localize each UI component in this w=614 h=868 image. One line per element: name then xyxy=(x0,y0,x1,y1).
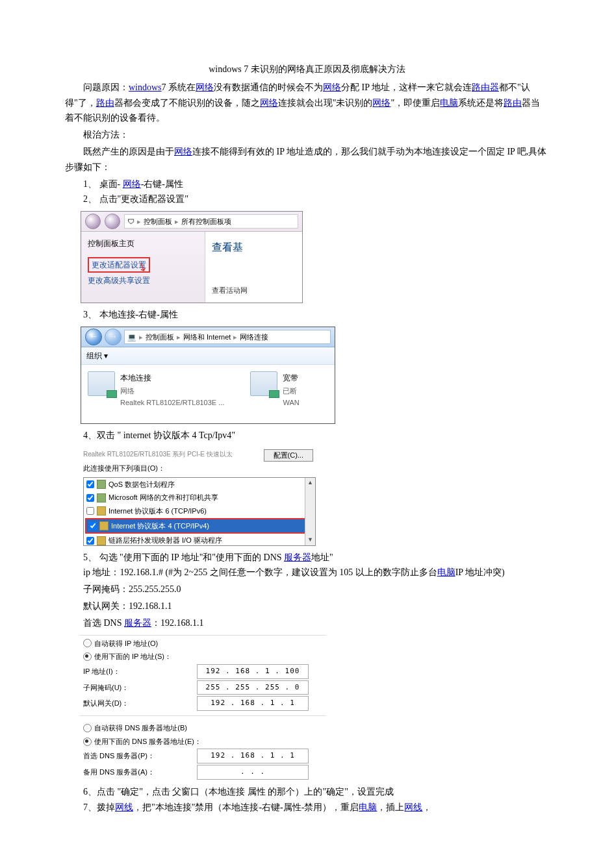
chevron-right-icon: ▸ xyxy=(175,216,179,228)
protocol-icon xyxy=(97,506,106,515)
ip-line3: 默认网关：192.168.1.1 xyxy=(65,599,549,614)
text: 7 系统在 xyxy=(162,82,196,92)
organize-menu[interactable]: 组织 ▾ xyxy=(86,349,108,362)
radio-label: 使用下面的 IP 地址(S)： xyxy=(94,651,172,663)
subnet-input[interactable]: 255 . 255 . 255 . 0 xyxy=(197,680,309,695)
checkbox[interactable] xyxy=(89,522,97,530)
text: ip 地址：192.168.1.# (#为 2~255 之间任意一个数字，建议设… xyxy=(83,567,437,577)
crumb-item[interactable]: 所有控制面板项 xyxy=(181,216,231,228)
scrollbar[interactable]: ▲▼ xyxy=(305,478,315,545)
link-network[interactable]: 网络 xyxy=(123,179,141,189)
step-1: 1、 桌面- 网络-右键-属性 xyxy=(65,177,549,192)
nav-back-icon[interactable]: ← xyxy=(85,329,102,345)
link-router[interactable]: 路由 xyxy=(96,98,114,108)
link-network[interactable]: 网络 xyxy=(323,82,341,92)
protocol-icon xyxy=(99,521,109,530)
text: 系统还是将 xyxy=(458,98,504,108)
link-network[interactable]: 网络 xyxy=(372,98,390,108)
list-item[interactable]: Microsoft 网络的文件和打印机共享 xyxy=(84,491,315,504)
text: ，插上 xyxy=(377,802,404,812)
connection-item-broadband[interactable]: 宽带 已断 WAN xyxy=(250,371,299,417)
chevron-right-icon: ▸ xyxy=(177,331,181,343)
text: 分配 IP 地址，这样一来它就会连 xyxy=(341,82,472,92)
link-computer[interactable]: 电脑 xyxy=(359,802,377,812)
window-titlebar: 🛡 ▸ 控制面板 ▸ 所有控制面板项 xyxy=(81,212,302,232)
link-server[interactable]: 服务器 xyxy=(284,552,311,562)
checkbox[interactable] xyxy=(86,480,94,488)
connection-item-local[interactable]: 本地连接 网络 Realtek RTL8102E/RTL8103E ... xyxy=(88,371,224,417)
gateway-input[interactable]: 192 . 168 . 1 . 1 xyxy=(197,696,309,711)
scroll-down-icon[interactable]: ▼ xyxy=(307,535,313,545)
radio-icon xyxy=(83,724,92,732)
screenshot-ipv4-settings: 自动获得 IP 地址(O) 使用下面的 IP 地址(S)： IP 地址(I)：1… xyxy=(79,635,326,780)
nic-icon xyxy=(250,371,277,396)
gateway-label: 默认网关(D)： xyxy=(83,697,197,710)
text: 器都会变成了不能识别的设备，随之 xyxy=(114,98,260,108)
subnet-label: 子网掩码(U)： xyxy=(83,682,197,694)
scroll-up-icon[interactable]: ▲ xyxy=(307,478,313,488)
checkbox[interactable] xyxy=(86,507,94,515)
text: "，即使重启 xyxy=(390,98,440,108)
sidebar: 控制面板主页 更改适配器设置 更改高级共享设置 ↘ xyxy=(81,232,205,303)
dns1-input[interactable]: 192 . 168 . 1 . 1 xyxy=(197,749,309,763)
link-server[interactable]: 服务器 xyxy=(124,618,151,628)
crumb-item[interactable]: 网络和 Internet xyxy=(183,331,231,343)
list-item[interactable]: 链路层拓扑发现映射器 I/O 驱动程序 xyxy=(84,534,315,545)
nav-back-icon[interactable] xyxy=(85,214,101,229)
item-label: 链路层拓扑发现映射器 I/O 驱动程序 xyxy=(109,534,222,545)
link-cable[interactable]: 网线 xyxy=(404,802,422,812)
dns2-input[interactable]: . . . xyxy=(197,765,309,780)
step-5: 5、 勾选 "使用下面的 IP 地址"和"使用下面的 DNS 服务器地址" xyxy=(65,550,549,565)
link-network[interactable]: 网络 xyxy=(196,82,214,92)
nav-forward-icon[interactable] xyxy=(105,214,120,229)
nav-forward-icon[interactable]: → xyxy=(105,329,122,345)
radio-manual-ip[interactable]: 使用下面的 IP 地址(S)： xyxy=(79,650,326,663)
text: 7、拨掉 xyxy=(83,802,115,812)
connection-status: 已断 xyxy=(283,385,299,397)
link-router[interactable]: 路由器 xyxy=(472,82,499,92)
link-computer[interactable]: 电脑 xyxy=(440,98,458,108)
ip-address-label: IP 地址(I)： xyxy=(83,665,197,678)
crumb-item[interactable]: 控制面板 xyxy=(146,331,174,343)
text: ，把"本地连接"禁用（本地连接-右键-属性-禁用），重启 xyxy=(133,802,359,812)
list-item-selected[interactable]: Internet 协议版本 4 (TCP/IPv4)↙ xyxy=(85,518,314,534)
chevron-right-icon: ▸ xyxy=(233,331,237,343)
main-pane: 查看基 查看活动网 xyxy=(205,232,302,303)
configure-button[interactable]: 配置(C)... xyxy=(264,449,313,462)
screenshot-control-panel: 🛡 ▸ 控制面板 ▸ 所有控制面板项 控制面板主页 更改适配器设置 更改高级共享… xyxy=(81,211,303,303)
list-item[interactable]: Internet 协议版本 6 (TCP/IPv6) xyxy=(84,504,315,518)
radio-label: 自动获得 DNS 服务器地址(B) xyxy=(94,722,187,734)
text: 没有数据通信的时候会不为 xyxy=(214,82,323,92)
link-windows[interactable]: windows xyxy=(129,82,162,92)
item-label: Microsoft 网络的文件和打印机共享 xyxy=(109,491,218,504)
step-2: 2、 点击"更改适配器设置" xyxy=(65,192,549,207)
crumb-item[interactable]: 网络连接 xyxy=(240,331,268,343)
step-3: 3、 本地连接-右键-属性 xyxy=(65,307,549,323)
chevron-right-icon: ▸ xyxy=(139,331,143,343)
link-network[interactable]: 网络 xyxy=(260,98,278,108)
breadcrumb[interactable]: 🛡 ▸ 控制面板 ▸ 所有控制面板项 xyxy=(124,214,298,229)
text: 既然产生的原因是由于 xyxy=(83,147,174,156)
nic-icon xyxy=(88,371,115,396)
link-cable[interactable]: 网线 xyxy=(115,802,133,812)
radio-auto-dns[interactable]: 自动获得 DNS 服务器地址(B) xyxy=(79,721,326,735)
ip-line2: 子网掩码：255.255.255.0 xyxy=(65,582,549,597)
toolbar: 组织 ▾ xyxy=(81,347,335,365)
text: 地址" xyxy=(311,552,333,562)
link-network[interactable]: 网络 xyxy=(174,147,192,156)
radio-auto-ip[interactable]: 自动获得 IP 地址(O) xyxy=(79,637,326,651)
ip-address-input[interactable]: 192 . 168 . 1 . 100 xyxy=(197,664,309,679)
link-change-sharing[interactable]: 更改高级共享设置 xyxy=(88,276,150,285)
method-header: 根治方法： xyxy=(65,127,549,143)
checkbox[interactable] xyxy=(86,537,94,545)
heading-text: 查看基 xyxy=(212,238,296,256)
connection-name: 宽带 xyxy=(283,371,299,384)
checkbox[interactable] xyxy=(86,494,94,502)
breadcrumb[interactable]: 💻 ▸ 控制面板 ▸ 网络和 Internet ▸ 网络连接 xyxy=(124,330,331,344)
list-item[interactable]: QoS 数据包计划程序 xyxy=(84,478,315,491)
link-router[interactable]: 路由 xyxy=(504,98,522,108)
radio-label: 使用下面的 DNS 服务器地址(E)： xyxy=(94,736,201,748)
crumb-item[interactable]: 控制面板 xyxy=(144,216,172,228)
radio-manual-dns[interactable]: 使用下面的 DNS 服务器地址(E)： xyxy=(79,735,326,749)
link-computer[interactable]: 电脑 xyxy=(437,567,455,577)
